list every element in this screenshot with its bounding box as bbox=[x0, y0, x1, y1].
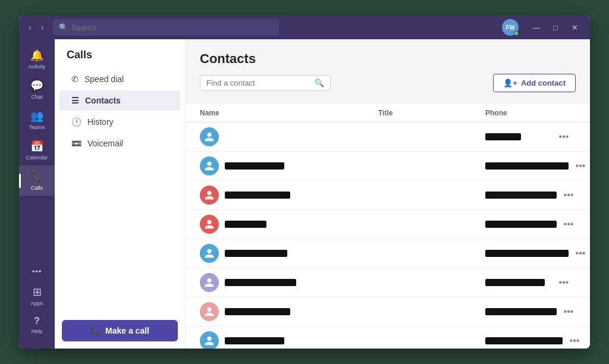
contacts-icon: ☰ bbox=[71, 96, 79, 105]
contact-phone bbox=[485, 250, 569, 257]
teams-icon: 👥 bbox=[30, 109, 43, 123]
more-options-button[interactable]: ••• bbox=[569, 248, 590, 259]
chat-icon: 💬 bbox=[30, 79, 43, 92]
search-icon: 🔍 bbox=[59, 23, 68, 32]
contact-phone bbox=[485, 221, 557, 228]
contact-name-cell bbox=[200, 302, 378, 321]
contact-name-cell bbox=[200, 273, 378, 292]
more-options-button[interactable]: ••• bbox=[557, 219, 580, 230]
maximize-button[interactable]: □ bbox=[547, 19, 564, 36]
voicemail-icon: 📼 bbox=[71, 139, 81, 148]
page-title: Contacts bbox=[200, 51, 576, 67]
more-options-button[interactable]: ••• bbox=[557, 306, 580, 317]
find-contact-input[interactable] bbox=[206, 79, 311, 87]
find-contact-search-icon: 🔍 bbox=[315, 79, 324, 87]
table-row[interactable]: ••• bbox=[186, 297, 590, 327]
add-person-icon: 👤+ bbox=[503, 79, 517, 87]
sidebar-item-chat[interactable]: 💬 Chat bbox=[19, 74, 55, 105]
calls-icon: 📞 bbox=[30, 170, 43, 183]
avatar bbox=[200, 215, 219, 234]
more-options-button[interactable]: ••• bbox=[557, 190, 580, 200]
main-toolbar: 🔍 👤+ Add contact bbox=[200, 74, 576, 92]
main-header: Contacts 🔍 👤+ Add contact bbox=[186, 39, 590, 104]
table-row[interactable]: ••• bbox=[186, 152, 590, 181]
contact-phone bbox=[485, 279, 552, 286]
avatar bbox=[200, 331, 219, 349]
contact-name-cell bbox=[200, 156, 378, 175]
contact-name-cell bbox=[200, 186, 378, 205]
nav-item-voicemail[interactable]: 📼 Voicemail bbox=[59, 133, 180, 153]
calendar-icon: 📅 bbox=[30, 140, 43, 153]
find-contact-box[interactable]: 🔍 bbox=[200, 75, 331, 91]
table-row[interactable]: ••• bbox=[186, 239, 590, 268]
nav-item-history[interactable]: 🕐 History bbox=[59, 112, 180, 132]
col-header-phone: Phone bbox=[485, 109, 552, 117]
add-contact-button[interactable]: 👤+ Add contact bbox=[493, 74, 576, 92]
contacts-table: Name Title Phone ••• bbox=[186, 104, 590, 349]
more-options-button[interactable]: ••• bbox=[563, 335, 586, 346]
icon-rail: 🔔 Activity 💬 Chat 👥 Teams 📅 Calendar 📞 C… bbox=[19, 39, 55, 349]
activity-icon: 🔔 bbox=[30, 49, 43, 62]
more-icon: ••• bbox=[32, 267, 42, 276]
history-icon: 🕐 bbox=[71, 117, 81, 127]
contact-phone bbox=[485, 337, 563, 344]
panel-title: Calls bbox=[55, 39, 185, 68]
sidebar-item-activity[interactable]: 🔔 Activity bbox=[19, 44, 55, 74]
col-header-title: Title bbox=[378, 109, 485, 117]
contact-phone bbox=[485, 133, 552, 140]
apps-icon: ⊞ bbox=[33, 285, 42, 299]
forward-button[interactable]: › bbox=[39, 21, 46, 33]
window-controls: — □ ✕ bbox=[528, 19, 583, 36]
more-options-button[interactable]: ••• bbox=[552, 131, 576, 142]
phone-icon: 📞 bbox=[90, 326, 101, 335]
avatar bbox=[200, 156, 219, 175]
left-panel: Calls ✆ Speed dial ☰ Contacts 🕐 History … bbox=[55, 39, 186, 349]
speed-dial-icon: ✆ bbox=[71, 74, 79, 84]
sidebar-item-apps[interactable]: ⊞ Apps bbox=[19, 281, 55, 311]
app-body: 🔔 Activity 💬 Chat 👥 Teams 📅 Calendar 📞 C… bbox=[19, 39, 590, 349]
nav-item-speed-dial[interactable]: ✆ Speed dial bbox=[59, 69, 180, 89]
contact-phone bbox=[485, 308, 557, 315]
contact-phone bbox=[485, 192, 557, 199]
contact-phone bbox=[485, 162, 569, 170]
table-header: Name Title Phone bbox=[186, 104, 590, 123]
make-call-button[interactable]: 📞 Make a call bbox=[62, 320, 178, 341]
sidebar-item-calendar[interactable]: 📅 Calendar bbox=[19, 135, 55, 165]
col-header-name: Name bbox=[200, 109, 378, 117]
nav-controls: ‹ › bbox=[26, 21, 46, 33]
avatar bbox=[200, 186, 219, 205]
avatar bbox=[200, 273, 219, 292]
sidebar-item-calls[interactable]: 📞 Calls bbox=[19, 165, 55, 196]
avatar bbox=[200, 244, 219, 263]
table-row[interactable]: ••• bbox=[186, 210, 590, 239]
table-row[interactable]: ••• bbox=[186, 327, 590, 349]
nav-item-contacts[interactable]: ☰ Contacts bbox=[59, 90, 180, 111]
app-window: ‹ › 🔍 FW — □ ✕ 🔔 Activity bbox=[19, 15, 590, 349]
global-search-input[interactable] bbox=[71, 23, 273, 32]
table-row[interactable]: ••• bbox=[186, 123, 590, 152]
more-options-button[interactable]: ••• bbox=[569, 161, 590, 171]
presence-status bbox=[514, 31, 519, 36]
sidebar-item-more[interactable]: ••• bbox=[19, 262, 55, 281]
help-icon: ? bbox=[34, 316, 40, 327]
minimize-button[interactable]: — bbox=[528, 19, 545, 36]
table-row[interactable]: ••• bbox=[186, 181, 590, 210]
global-search-bar[interactable]: 🔍 bbox=[53, 19, 279, 36]
avatar bbox=[200, 302, 219, 321]
title-bar: ‹ › 🔍 FW — □ ✕ bbox=[19, 15, 590, 39]
contact-name-cell bbox=[200, 244, 378, 263]
more-options-button[interactable]: ••• bbox=[552, 277, 576, 288]
contact-name-cell bbox=[200, 215, 378, 234]
sidebar-item-teams[interactable]: 👥 Teams bbox=[19, 105, 55, 135]
sidebar-item-help[interactable]: ? Help bbox=[19, 311, 55, 339]
main-content: Contacts 🔍 👤+ Add contact Name Title bbox=[186, 39, 590, 349]
contact-name-cell bbox=[200, 331, 378, 349]
close-button[interactable]: ✕ bbox=[566, 19, 583, 36]
title-bar-right: FW — □ ✕ bbox=[502, 19, 583, 36]
table-row[interactable]: ••• bbox=[186, 268, 590, 297]
avatar[interactable]: FW bbox=[502, 19, 519, 36]
back-button[interactable]: ‹ bbox=[26, 21, 34, 33]
avatar bbox=[200, 127, 219, 146]
contact-name-cell bbox=[200, 127, 378, 146]
left-panel-bottom: 📞 Make a call bbox=[55, 313, 185, 349]
